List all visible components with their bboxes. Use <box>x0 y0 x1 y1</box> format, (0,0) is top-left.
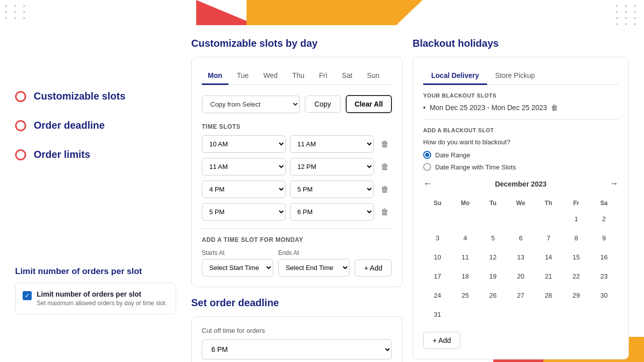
day-tab-sun[interactable]: Sun <box>361 67 385 85</box>
cal-day-empty <box>479 210 506 228</box>
cal-day[interactable]: 11 <box>452 248 478 266</box>
cal-day[interactable]: 29 <box>563 286 590 304</box>
day-tab-wed[interactable]: Wed <box>257 67 284 85</box>
decorative-dots-tl <box>5 5 28 19</box>
end-time-select[interactable]: Select End Time <box>278 259 350 277</box>
calendar-title: December 2023 <box>495 180 547 188</box>
day-tab-mon[interactable]: Mon <box>202 67 228 85</box>
cal-day-empty <box>507 210 534 228</box>
cal-day[interactable]: 15 <box>563 248 590 266</box>
sidebar-item-order-limits[interactable]: Order limits <box>15 149 176 160</box>
cal-day[interactable]: 12 <box>479 248 506 266</box>
main-content: Customizable slots by day Mon Tue Wed Th… <box>191 38 634 362</box>
sidebar-item-label: Order limits <box>34 149 90 160</box>
time-slot-row: 4 PM 5 PM 🗑 <box>202 180 392 198</box>
add-slot-button[interactable]: + Add <box>355 259 392 277</box>
cal-day[interactable]: 17 <box>424 267 451 285</box>
sidebar-item-customizable-slots[interactable]: Customizable slots <box>15 90 176 102</box>
cal-day[interactable]: 10 <box>424 248 451 266</box>
cal-day[interactable]: 28 <box>535 286 562 304</box>
time-slot-end-0[interactable]: 11 AM <box>290 135 374 153</box>
cal-day[interactable]: 25 <box>452 286 478 304</box>
sidebar-circle <box>15 149 26 160</box>
cal-day[interactable]: 14 <box>535 248 562 266</box>
time-slot-row: 10 AM 11 AM 🗑 <box>202 135 392 153</box>
limit-checkbox-label: Limit number of orders per slot <box>37 290 167 298</box>
cal-day[interactable]: 4 <box>452 229 478 247</box>
cal-day[interactable]: 19 <box>479 267 506 285</box>
clear-all-button[interactable]: Clear All <box>346 95 392 113</box>
add-blackout-button[interactable]: + Add <box>423 332 460 349</box>
day-tab-sat[interactable]: Sat <box>336 67 358 85</box>
cal-day[interactable]: 8 <box>563 229 590 247</box>
cal-day[interactable]: 20 <box>507 267 534 285</box>
starts-at-field: Starts At Select Start Time <box>202 249 273 277</box>
cal-day[interactable]: 18 <box>452 267 478 285</box>
cal-day[interactable]: 30 <box>591 286 617 304</box>
cal-weekday-tu: Tu <box>479 198 506 209</box>
radio-date-range[interactable]: Date Range <box>423 151 618 159</box>
cal-day[interactable]: 31 <box>424 305 451 323</box>
cal-day[interactable]: 22 <box>563 267 590 285</box>
cal-day-empty <box>535 210 562 228</box>
time-slot-end-3[interactable]: 6 PM <box>290 203 374 221</box>
calendar-prev-button[interactable]: ← <box>423 178 432 189</box>
cal-day-empty <box>452 210 478 228</box>
slots-section: Customizable slots by day Mon Tue Wed Th… <box>191 38 403 287</box>
blackout-slot-item: • Mon Dec 25 2023 - Mon Dec 25 2023 🗑 <box>423 104 618 112</box>
blackout-tab-store-pickup[interactable]: Store Pickup <box>487 67 543 85</box>
cal-day[interactable]: 27 <box>507 286 534 304</box>
delete-slot-1-icon[interactable]: 🗑 <box>378 160 392 174</box>
cal-day[interactable]: 7 <box>535 229 562 247</box>
copy-from-select[interactable]: Copy from Select <box>202 96 300 113</box>
blackout-tab-local-delivery[interactable]: Local Delivery <box>423 67 487 85</box>
time-slots-label: TIME SLOTS <box>202 123 392 130</box>
copy-button[interactable]: Copy <box>305 96 341 113</box>
cal-day[interactable]: 16 <box>591 248 617 266</box>
delete-slot-2-icon[interactable]: 🗑 <box>378 183 392 197</box>
day-tab-tue[interactable]: Tue <box>231 67 255 85</box>
radio-date-range-time-slots-dot[interactable] <box>423 163 431 171</box>
blackout-section: Blackout holidays Local Delivery Store P… <box>413 38 629 359</box>
time-slot-end-1[interactable]: 12 PM <box>290 158 374 175</box>
cal-day[interactable]: 13 <box>507 248 534 266</box>
cal-day[interactable]: 2 <box>591 210 617 228</box>
sidebar-circle <box>15 91 26 102</box>
cal-day[interactable]: 21 <box>535 267 562 285</box>
cal-day[interactable]: 26 <box>479 286 506 304</box>
radio-date-range-dot[interactable] <box>423 151 431 159</box>
cal-day[interactable]: 5 <box>479 229 506 247</box>
time-slot-start-3[interactable]: 5 PM <box>202 203 286 221</box>
slots-section-title: Customizable slots by day <box>191 38 403 49</box>
limit-checkbox[interactable] <box>23 291 32 300</box>
add-slot-row: Starts At Select Start Time Ends At Sele… <box>202 249 392 277</box>
time-slot-end-2[interactable]: 5 PM <box>290 180 374 198</box>
day-tabs: Mon Tue Wed Thu Fri Sat Sun <box>202 67 392 85</box>
sidebar-item-order-deadline[interactable]: Order deadline <box>15 120 176 131</box>
calendar-next-button[interactable]: → <box>609 178 618 189</box>
cal-day[interactable]: 24 <box>424 286 451 304</box>
day-tab-fri[interactable]: Fri <box>313 67 333 85</box>
add-blackout-section: ADD A BLACKOUT SLOT How do you want to b… <box>423 119 618 349</box>
cal-day[interactable]: 23 <box>591 267 617 285</box>
cutoff-select[interactable]: 6 PM <box>202 339 392 359</box>
deadline-card: Cut off time for orders 6 PM If 6 PM, or… <box>191 316 403 362</box>
top-banner <box>196 0 448 25</box>
delete-slot-3-icon[interactable]: 🗑 <box>378 205 392 219</box>
time-slot-start-0[interactable]: 10 AM <box>202 135 286 153</box>
cal-day-empty <box>507 305 534 323</box>
radio-date-range-time-slots[interactable]: Date Range with Time Slots <box>423 163 618 171</box>
cal-day[interactable]: 6 <box>507 229 534 247</box>
start-time-select[interactable]: Select Start Time <box>202 259 273 277</box>
sidebar-circle <box>15 120 26 131</box>
your-slots-label: YOUR BLACKOUT SLOTS <box>423 93 618 99</box>
time-slot-start-1[interactable]: 11 AM <box>202 158 286 175</box>
deadline-section: Set order deadline Cut off time for orde… <box>191 297 403 362</box>
delete-slot-0-icon[interactable]: 🗑 <box>378 137 392 151</box>
day-tab-thu[interactable]: Thu <box>286 67 310 85</box>
cal-day[interactable]: 1 <box>563 210 590 228</box>
delete-blackout-slot-icon[interactable]: 🗑 <box>551 104 558 112</box>
cal-day[interactable]: 3 <box>424 229 451 247</box>
cal-day[interactable]: 9 <box>591 229 617 247</box>
time-slot-start-2[interactable]: 4 PM <box>202 180 286 198</box>
